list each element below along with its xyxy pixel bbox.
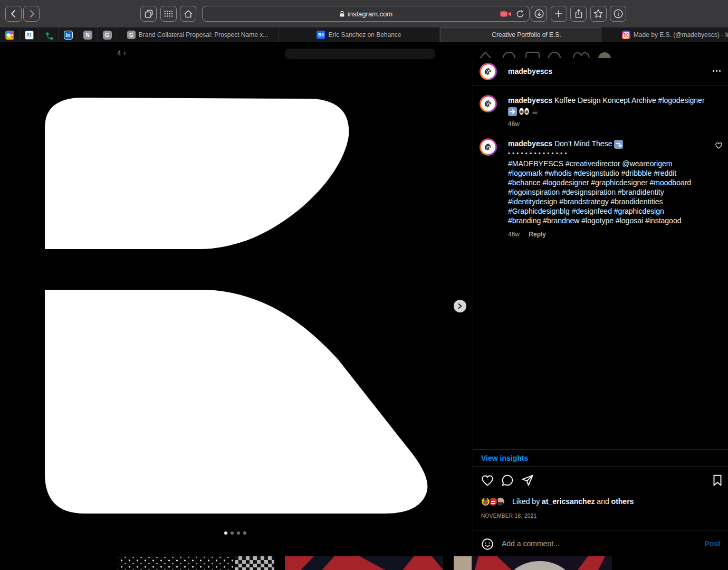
- tab-bar: 31 in N G G Brand Collateral Proposal: P…: [0, 27, 728, 42]
- home-button[interactable]: [180, 6, 196, 22]
- avatar[interactable]: [480, 95, 497, 112]
- like-heart-icon[interactable]: [481, 473, 494, 487]
- avatar[interactable]: [480, 63, 497, 80]
- madebyescs-logo-mark: [483, 98, 494, 109]
- carousel-dot[interactable]: [231, 531, 234, 535]
- pinned-tab-google-meet[interactable]: [0, 27, 20, 42]
- download-icon: [534, 8, 544, 19]
- google-meet-icon: [5, 31, 14, 40]
- comment-dots-line: • • • • • • • • • • • • • •: [508, 149, 706, 156]
- arc-shape: [500, 561, 579, 570]
- tab-overview-icon: [143, 8, 154, 19]
- caption-username[interactable]: madebyescs: [508, 96, 552, 104]
- google-icon: G: [103, 31, 112, 40]
- background-stat-fragment: 4 +: [117, 49, 127, 58]
- carousel-next-button[interactable]: [454, 300, 466, 312]
- page-content: 4 +: [0, 42, 728, 570]
- app-grid-button[interactable]: [160, 6, 177, 22]
- background-search-bar-fragment: [285, 49, 435, 59]
- post-detail-panel: madebyescs madebyescs Koffee Design Konc: [473, 58, 728, 556]
- comment-like-heart-icon[interactable]: [715, 141, 723, 149]
- tab-instagram[interactable]: Made by E.S. (@madebyescs) · Instag: [601, 27, 728, 42]
- share-icon: [573, 8, 584, 19]
- background-navbar-fragments: [477, 50, 615, 59]
- tab-title: Creative Portfolio of E.S.: [492, 31, 561, 39]
- reply-button[interactable]: Reply: [529, 231, 546, 238]
- new-post-icon-fragment: [526, 52, 539, 58]
- carousel-dot[interactable]: [237, 531, 240, 535]
- forward-button[interactable]: [23, 6, 40, 22]
- post-button[interactable]: Post: [705, 530, 721, 557]
- eyes-emoji: [519, 108, 529, 115]
- liked-by-user[interactable]: at_ericsanchez: [542, 497, 595, 506]
- comment-bubble-icon[interactable]: [501, 473, 514, 487]
- liker-avatar[interactable]: [481, 497, 491, 507]
- view-insights-link[interactable]: View insights: [481, 454, 528, 462]
- pinned-tab-google[interactable]: G: [98, 27, 117, 42]
- google-docs-favicon: G: [127, 31, 136, 39]
- add-comment-row: Post: [473, 530, 728, 556]
- hashtag-line[interactable]: #identitydesign #brandstrategy #brandide…: [508, 197, 706, 206]
- back-button[interactable]: [5, 6, 22, 22]
- tab-overview-button[interactable]: [140, 6, 157, 22]
- arrow-down-right-emoji: [614, 140, 623, 149]
- more-options-icon[interactable]: [713, 70, 721, 72]
- home-icon: [183, 8, 194, 19]
- post-caption: madebyescs Koffee Design Koncept Archive…: [508, 96, 715, 129]
- post-comment: madebyescs Don’t Mind These • • • • • • …: [508, 139, 706, 239]
- carousel-dot-active[interactable]: [224, 531, 227, 535]
- tab-brand-collateral[interactable]: G Brand Collateral Proposal: Prospect Na…: [117, 27, 279, 42]
- behance-favicon: Bē: [317, 31, 325, 39]
- carousel-dots[interactable]: [224, 531, 246, 535]
- hashtag-line[interactable]: #behance #logodesigner #graphicdesigner …: [508, 178, 706, 187]
- tab-title: Eric Sanchez on Behance: [328, 31, 401, 39]
- share-plane-icon[interactable]: [521, 473, 534, 487]
- downloads-button[interactable]: [531, 6, 547, 22]
- grid-thumbnail-arc[interactable]: [454, 556, 612, 570]
- hashtag-line[interactable]: #branding #brandnew #logotype #logosai #…: [508, 216, 706, 225]
- liked-by-others[interactable]: others: [611, 497, 634, 506]
- browser-toolbar: instagram.com: [0, 0, 728, 27]
- tab-creative-portfolio[interactable]: Creative Portfolio of E.S.: [440, 27, 601, 42]
- hashtag-line[interactable]: #logoinspiration #designspiration #brand…: [508, 187, 706, 197]
- hashtag-line[interactable]: #MADEBYESCS #creativedirector @weareorig…: [508, 159, 706, 168]
- view-insights-bar[interactable]: View insights: [473, 449, 728, 467]
- hashtag-line[interactable]: #Graphicdesignblg #designfeed #graphicde…: [508, 206, 706, 216]
- comment-username[interactable]: madebyescs: [508, 139, 552, 148]
- back-icon: [8, 8, 19, 19]
- pinned-tab-google-voice[interactable]: [39, 27, 59, 42]
- page-info-button[interactable]: [610, 6, 626, 22]
- smiley-icon[interactable]: [481, 537, 494, 551]
- share-button[interactable]: [570, 6, 587, 22]
- comment-input[interactable]: [502, 530, 649, 557]
- avatar[interactable]: [480, 138, 497, 156]
- reload-icon[interactable]: [516, 10, 525, 18]
- post-image-logo: [44, 95, 429, 517]
- video-camera-icon[interactable]: [500, 11, 512, 17]
- checker-pattern: [235, 556, 274, 570]
- plus-icon: [553, 8, 564, 19]
- bookmark-icon[interactable]: [711, 473, 724, 487]
- chevron-right-icon: [457, 303, 463, 309]
- browser-window: instagram.com: [0, 0, 728, 570]
- comment-hashtags[interactable]: #MADEBYESCS #creativedirector @weareorig…: [508, 159, 706, 225]
- grid-thumbnail-halftone[interactable]: [118, 556, 274, 570]
- tab-behance[interactable]: Bē Eric Sanchez on Behance: [279, 27, 440, 42]
- caption-hashtag[interactable]: #logodesigner: [658, 96, 705, 104]
- tab-title: Made by E.S. (@madebyescs) · Instag: [634, 31, 728, 39]
- new-tab-button[interactable]: [551, 6, 567, 22]
- pinned-tab-linkedin[interactable]: in: [59, 27, 78, 42]
- instagram-favicon: [622, 31, 630, 39]
- carousel-dot[interactable]: [243, 531, 246, 535]
- pinned-tab-notion[interactable]: N: [78, 27, 98, 42]
- url-bar[interactable]: instagram.com: [202, 6, 530, 22]
- post-username[interactable]: madebyescs: [508, 67, 552, 75]
- hashtag-line[interactable]: #logomark #whodis #designstudio #dribbbl…: [508, 168, 706, 178]
- messenger-icon-fragment: [503, 52, 515, 58]
- tan-strip: [454, 556, 472, 570]
- comment-timestamp: 46w: [508, 231, 520, 238]
- pinned-tab-google-calendar[interactable]: 31: [20, 27, 39, 42]
- grid-thumbnail-red-shapes[interactable]: [285, 556, 443, 570]
- caption-timestamp: 46w: [508, 119, 715, 129]
- bookmark-star-button[interactable]: [590, 6, 607, 22]
